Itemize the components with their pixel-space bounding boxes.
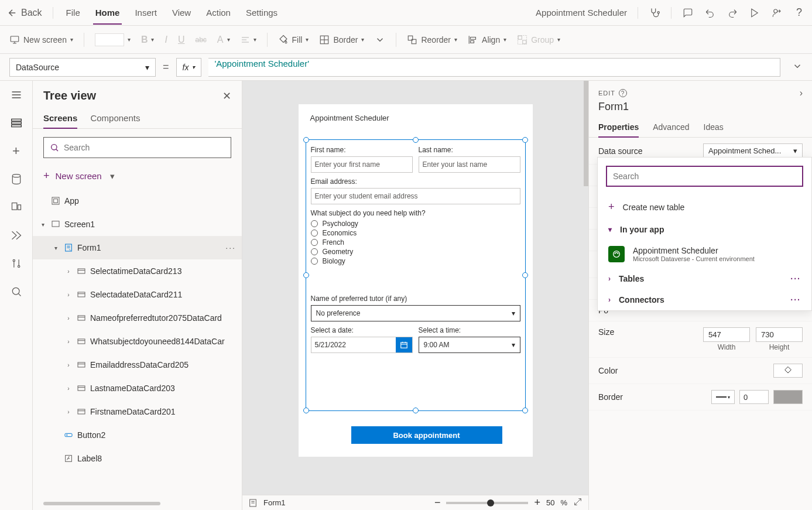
italic-button[interactable]: I (165, 35, 167, 45)
tree-search-input[interactable] (64, 143, 225, 152)
tree-item[interactable]: ▾Screen1 (33, 213, 242, 236)
tree-search-box[interactable] (43, 137, 231, 158)
radio-option[interactable]: Biology (311, 257, 520, 265)
redo-icon[interactable] (727, 7, 738, 19)
chevron-icon[interactable]: ▾ (39, 221, 47, 228)
radio-option[interactable]: French (311, 238, 520, 247)
datasource-search-input[interactable] (613, 172, 796, 181)
border-width-input[interactable]: 0 (739, 390, 769, 404)
radio-option[interactable]: Geometry (311, 248, 520, 256)
radio-option[interactable]: Psychology (311, 220, 520, 228)
tree-item[interactable]: App (33, 189, 242, 213)
resize-handle[interactable] (303, 137, 309, 143)
font-color-button[interactable]: A▾ (217, 35, 230, 45)
back-button[interactable]: Back (7, 8, 42, 18)
reorder-button[interactable]: Reorder ▾ (407, 35, 457, 45)
zoom-in-button[interactable]: + (534, 497, 540, 509)
date-picker[interactable]: 5/21/2022 (311, 337, 413, 353)
datasource-search[interactable] (606, 166, 803, 187)
time-select[interactable]: 9:00 AM ▾ (419, 337, 520, 353)
border-button[interactable]: Border ▾ (319, 35, 364, 45)
tree-item[interactable]: ▾Form1··· (33, 236, 242, 259)
create-new-table[interactable]: + Create new table (598, 195, 811, 219)
width-input[interactable]: 547 (703, 327, 750, 342)
tree-item[interactable]: ›Nameofpreferredtutor2075DataCard (33, 306, 242, 330)
formula-input[interactable]: 'Appointment Scheduler' (208, 58, 780, 77)
chevron-icon[interactable]: › (64, 315, 73, 321)
text-align-button[interactable]: ▾ (241, 35, 256, 45)
chevron-icon[interactable]: › (64, 385, 73, 392)
resize-handle[interactable] (413, 137, 419, 143)
media-icon[interactable] (9, 200, 23, 214)
menu-insert[interactable]: Insert (132, 2, 159, 23)
in-your-app-section[interactable]: ▾ In your app (598, 219, 811, 240)
stethoscope-icon[interactable] (649, 7, 660, 19)
chevron-icon[interactable]: › (64, 362, 73, 368)
email-input[interactable]: Enter your student email address (311, 188, 520, 204)
resize-handle[interactable] (303, 272, 309, 278)
tree-item[interactable]: Label8 (33, 447, 242, 470)
underline-button[interactable]: U (178, 35, 185, 45)
group-button[interactable]: Group ▾ (517, 35, 560, 45)
tab-components[interactable]: Components (90, 108, 140, 128)
close-icon[interactable]: ✕ (222, 90, 231, 102)
insert-icon[interactable]: + (9, 144, 23, 158)
zoom-slider[interactable] (446, 502, 528, 504)
menu-file[interactable]: File (64, 2, 83, 23)
help-icon[interactable]: ? (793, 7, 805, 19)
menu-action[interactable]: Action (204, 2, 233, 23)
new-screen-button[interactable]: New screen ▾ (9, 35, 73, 45)
breadcrumb[interactable]: Form1 (263, 498, 286, 507)
canvas[interactable]: Appointment Scheduler First name: (242, 81, 588, 495)
more-icon[interactable]: ··· (790, 295, 801, 304)
firstname-input[interactable]: Enter your first name (311, 156, 413, 173)
zoom-out-button[interactable]: − (434, 497, 441, 509)
fx-button[interactable]: fx ▾ (176, 58, 202, 77)
tree-item[interactable]: ›LastnameDataCard203 (33, 376, 242, 400)
bold-button[interactable]: B▾ (141, 35, 155, 45)
tree-item[interactable]: ›Whatsubjectdoyouneed8144DataCar (33, 330, 242, 353)
form-selection[interactable]: First name: Enter your first name Last n… (306, 139, 526, 411)
lastname-input[interactable]: Enter your last name (419, 156, 520, 173)
tab-properties[interactable]: Properties (598, 118, 639, 138)
calendar-icon[interactable] (396, 337, 412, 352)
more-icon[interactable]: ··· (225, 243, 236, 252)
theme-dropdown[interactable]: ▾ (95, 33, 131, 46)
strikethrough-button[interactable]: abc (196, 36, 207, 44)
tables-section[interactable]: › Tables ··· (598, 268, 811, 289)
height-input[interactable]: 730 (756, 327, 803, 342)
menu-settings[interactable]: Settings (244, 2, 280, 23)
fit-screen-icon[interactable] (573, 497, 583, 508)
help-icon[interactable]: ? (619, 89, 627, 97)
tab-ideas[interactable]: Ideas (704, 118, 724, 137)
tree-view-icon[interactable] (9, 116, 23, 130)
more-format-button[interactable] (375, 35, 385, 45)
border-style-picker[interactable]: ▾ (711, 390, 735, 404)
vertical-scrollbar[interactable] (584, 81, 588, 480)
search-icon[interactable] (9, 285, 23, 299)
tab-advanced[interactable]: Advanced (653, 118, 689, 137)
resize-handle[interactable] (413, 408, 419, 413)
tree-item[interactable]: ›SelectatimeDataCard213 (33, 259, 242, 283)
book-button[interactable]: Book appointment (351, 426, 502, 444)
horizontal-scrollbar[interactable] (43, 502, 160, 505)
hamburger-icon[interactable] (9, 88, 23, 102)
share-icon[interactable] (771, 7, 783, 19)
fill-button[interactable]: Fill ▾ (278, 35, 309, 45)
tools-icon[interactable] (9, 256, 23, 271)
color-picker[interactable] (773, 364, 803, 378)
menu-home[interactable]: Home (93, 2, 122, 25)
align-button[interactable]: Align ▾ (468, 35, 506, 45)
tutor-select[interactable]: No preference ▾ (311, 305, 520, 321)
resize-handle[interactable] (522, 272, 528, 278)
tree-item[interactable]: ›EmailaddressDataCard205 (33, 353, 242, 376)
play-icon[interactable] (749, 7, 760, 19)
power-automate-icon[interactable] (9, 228, 23, 242)
border-color-picker[interactable] (773, 390, 803, 404)
property-selector[interactable]: DataSource ▾ (9, 58, 156, 77)
menu-view[interactable]: View (170, 2, 193, 23)
chevron-icon[interactable]: › (64, 292, 73, 298)
resize-handle[interactable] (303, 408, 309, 413)
chevron-icon[interactable]: › (64, 268, 73, 275)
connectors-section[interactable]: › Connectors ··· (598, 289, 811, 310)
